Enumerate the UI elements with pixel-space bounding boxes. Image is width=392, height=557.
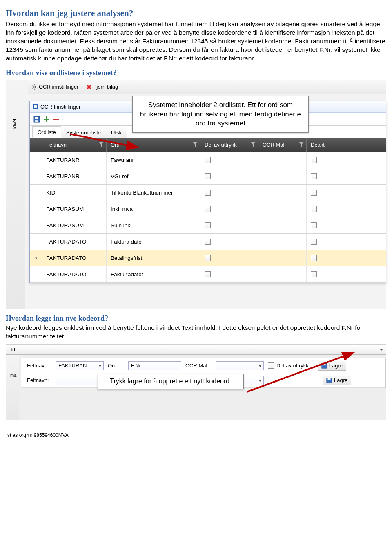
footer-text: st as org*nr 985594600MVA	[6, 432, 386, 438]
cell-ord: Faktura dato	[107, 234, 200, 250]
cell-feltnavn: FAKTURANR	[42, 168, 107, 184]
cell-ocrmal	[258, 168, 307, 184]
ocr-settings-button[interactable]: OCR innstillinger	[31, 84, 79, 90]
cell-delav[interactable]	[200, 250, 258, 266]
row-handle	[30, 201, 42, 217]
cell-ord: Faktul*adato:	[107, 266, 200, 282]
heading-show-wordlists: Hvordan vise ordlistene i systemet?	[6, 69, 386, 77]
col-ocrmal[interactable]: OCR Mal	[258, 138, 307, 152]
cell-delav[interactable]	[200, 168, 258, 184]
cell-ocrmal	[258, 234, 307, 250]
add-icon[interactable]	[43, 116, 49, 122]
input-ord[interactable]: F.Nr:	[128, 361, 181, 370]
cell-deakti[interactable]	[307, 168, 339, 184]
chevron-down-icon	[379, 349, 383, 351]
dropdown-value: old	[9, 347, 15, 353]
save-icon[interactable]	[33, 116, 40, 122]
checkbox-icon	[205, 239, 211, 245]
row-handle	[30, 217, 42, 233]
tooltip-wordlists: Systemet inneholder 2 ordlister. Ett for…	[132, 96, 309, 133]
input-feltnavn-2[interactable]	[56, 376, 104, 385]
screenshot-wordlists: kiver OCR innstillinger Fjern bilag Syst…	[6, 80, 386, 309]
save-icon	[326, 378, 332, 383]
checkbox-icon	[205, 190, 211, 196]
table-row[interactable]: >FAKTURADATOBetalingsfrist	[30, 250, 386, 266]
cell-ord: VGr ref	[107, 168, 200, 184]
cell-ocrmal	[258, 217, 307, 233]
cell-delav[interactable]	[200, 152, 258, 168]
checkbox-icon	[205, 255, 211, 261]
cell-deakti[interactable]	[307, 266, 339, 282]
checkbox-icon	[205, 222, 211, 228]
cell-deakti[interactable]	[307, 201, 339, 217]
paragraph-add-keywords: Nye kodeord legges enklest inn ved å ben…	[6, 324, 386, 341]
close-icon	[86, 84, 92, 90]
cell-ord: Inkl. mva	[107, 201, 200, 217]
cell-delav[interactable]	[200, 217, 258, 233]
remove-bilag-button[interactable]: Fjern bilag	[86, 84, 118, 90]
checkbox-icon	[205, 173, 211, 179]
checkbox-icon	[205, 271, 211, 277]
screenshot-add-keyword: old ma Feltnavn: FAKTURAN Ord: F.Nr: OCR…	[6, 344, 386, 420]
col-deakti[interactable]: Deakti	[307, 138, 339, 152]
row-handle	[30, 234, 42, 250]
svg-point-0	[33, 86, 35, 88]
label-ocrmal: OCR Mal:	[185, 362, 212, 369]
input-feltnavn[interactable]: FAKTURAN	[56, 361, 104, 370]
svg-rect-17	[53, 119, 59, 120]
dialog-title-text: OCR Innstillinger	[40, 104, 80, 110]
side-panel-2: ma	[6, 355, 19, 420]
col-delavuttrykk[interactable]: Del av uttrykk	[200, 138, 258, 152]
cell-deakti[interactable]	[307, 185, 339, 201]
checkbox-icon	[311, 239, 317, 245]
table-row[interactable]: FAKTURANRFawuranr	[30, 152, 386, 168]
tooltip-save: Trykk lagre for å opprette ett nytt kode…	[98, 374, 244, 389]
checkbox-icon	[311, 255, 317, 261]
chevron-down-icon	[258, 365, 262, 367]
cell-ord: Til konto Blankettnummer	[107, 185, 200, 201]
heading-add-keywords: Hvordan legge inn nye kodeord?	[6, 314, 386, 323]
svg-rect-16	[44, 119, 49, 120]
cell-deakti[interactable]	[307, 217, 339, 233]
cell-delav[interactable]	[200, 185, 258, 201]
table-row[interactable]: FAKTURANRVGr ref	[30, 168, 386, 185]
cell-ord: Suln inkl	[107, 217, 200, 233]
delete-icon[interactable]	[53, 116, 59, 122]
cell-deakti[interactable]	[307, 250, 339, 266]
row-handle: >	[30, 250, 42, 266]
table-row[interactable]: KIDTil konto Blankettnummer	[30, 185, 386, 201]
cell-feltnavn: FAKTURASUM	[42, 201, 107, 217]
cell-deakti[interactable]	[307, 234, 339, 250]
remove-bilag-label: Fjern bilag	[94, 84, 118, 90]
cell-ocrmal	[258, 266, 307, 282]
cell-deakti[interactable]	[307, 152, 339, 168]
cell-delav[interactable]	[200, 201, 258, 217]
tab-ordliste[interactable]: Ordliste	[32, 126, 61, 138]
cell-ocrmal	[258, 185, 307, 201]
row-handle	[30, 152, 42, 168]
cell-feltnavn: FAKTURANR	[42, 152, 107, 168]
svg-rect-13	[35, 117, 38, 119]
checkbox-icon	[205, 206, 211, 212]
table-row[interactable]: FAKTURASUMInkl. mva	[30, 201, 386, 217]
table-row[interactable]: FAKTURADATOFaktura dato	[30, 234, 386, 250]
checkbox-icon	[311, 157, 317, 163]
cell-ocrmal	[258, 152, 307, 168]
label-feltnavn: Feltnavn:	[27, 377, 51, 383]
cell-feltnavn: FAKTURADATO	[42, 234, 107, 250]
cell-delav[interactable]	[200, 266, 258, 282]
checkbox-icon	[311, 271, 317, 277]
checkbox-icon	[311, 206, 317, 212]
svg-rect-14	[35, 120, 38, 122]
row-handle	[30, 185, 42, 201]
svg-line-5	[32, 85, 33, 86]
table-row[interactable]: FAKTURASUMSuln inkl	[30, 217, 386, 234]
checkbox-icon	[311, 190, 317, 196]
label-ord: Ord:	[108, 362, 124, 369]
svg-rect-21	[328, 378, 331, 380]
table-row[interactable]: FAKTURADATOFaktul*adato:	[30, 266, 386, 283]
heading-adjust-analysis: Hvordan kan jeg justere analysen?	[6, 8, 386, 18]
chevron-down-icon	[98, 365, 102, 367]
cell-feltnavn: KID	[42, 185, 107, 201]
cell-delav[interactable]	[200, 234, 258, 250]
